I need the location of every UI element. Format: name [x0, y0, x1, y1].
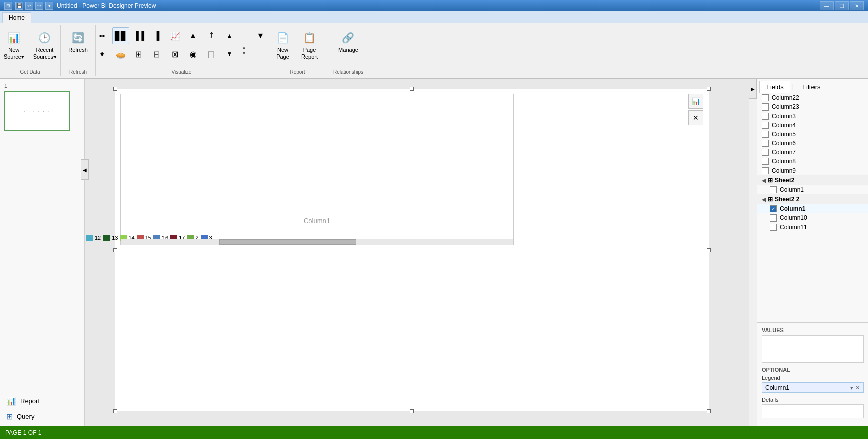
pie-icon-btn[interactable]: 🥧 — [112, 45, 129, 63]
map-icon-btn[interactable]: ◫ — [203, 45, 220, 63]
new-source-button[interactable]: 📊 New Source▾ — [0, 27, 28, 63]
clustered-bar-icon-btn[interactable]: ▊▊ — [112, 27, 129, 44]
undo-icon[interactable]: ↩ — [25, 2, 33, 10]
manage-button[interactable]: 🔗 Manage — [335, 27, 362, 56]
field-checkbox-Column23[interactable] — [762, 103, 769, 111]
scrollbar-thumb[interactable] — [219, 239, 356, 245]
expand-viz2-icon[interactable]: ▼ — [221, 45, 238, 63]
legend-tag[interactable]: Column1 ▾ ✕ — [762, 382, 864, 393]
handle-bl[interactable] — [113, 409, 117, 413]
field-checkbox-Column8[interactable] — [762, 158, 769, 165]
field-item-Column4[interactable]: Column4 — [757, 121, 868, 130]
sheet2-2-table-icon: ⊞ — [768, 196, 773, 203]
legend-tag-arrow-icon[interactable]: ▾ — [850, 385, 853, 391]
field-item-Column5[interactable]: Column5 — [757, 130, 868, 139]
field-item-Sheet2-Column1[interactable]: Column1 — [757, 185, 868, 194]
line-stacked-icon-btn[interactable]: ⤴ — [203, 27, 220, 44]
gauge-icon-btn[interactable]: ◉ — [185, 45, 202, 63]
field-label-Column6: Column6 — [772, 140, 796, 147]
field-checkbox-Column3[interactable] — [762, 113, 769, 120]
dropdown-icon[interactable]: ▾ — [45, 2, 53, 10]
handle-br[interactable] — [707, 409, 711, 413]
page-report-button[interactable]: 📋 Page Report — [296, 27, 323, 63]
right-panel: Fields | Filters Column22 Column23 — [757, 79, 868, 426]
restore-button[interactable]: ❐ — [835, 1, 849, 10]
field-item-Column8[interactable]: Column8 — [757, 157, 868, 166]
refresh-button[interactable]: 🔄 Refresh — [65, 27, 91, 56]
field-checkbox-Sheet2-Column1[interactable] — [770, 186, 777, 193]
field-checkbox-Column7[interactable] — [762, 149, 769, 156]
field-checkbox-Column6[interactable] — [762, 140, 769, 147]
report-label: Report — [267, 69, 328, 75]
field-item-Column9[interactable]: Column9 — [757, 166, 868, 175]
tab-filters[interactable]: Filters — [796, 81, 827, 93]
table-icon-btn[interactable]: ⊟ — [148, 45, 166, 63]
chart-close-button[interactable]: ✕ — [688, 110, 703, 125]
report-canvas[interactable]: Column1 1 10 11 — [115, 89, 709, 411]
tab-home[interactable]: Home — [2, 12, 31, 23]
expand-viz-icon[interactable]: ▲ — [221, 27, 238, 44]
field-checkbox-Sheet2-2-Column10[interactable] — [770, 214, 777, 222]
clustered-col-icon-btn[interactable]: ▐ — [148, 27, 166, 44]
handle-mr[interactable] — [707, 248, 711, 252]
field-item-Sheet2-2-Column10[interactable]: Column10 — [757, 213, 868, 223]
field-checkbox-Column22[interactable] — [762, 94, 769, 101]
panel-collapse-button[interactable]: ▶ — [749, 79, 757, 99]
field-item-Sheet2-2-Column11[interactable]: Column11 — [757, 223, 868, 232]
values-drop-zone[interactable] — [762, 335, 864, 363]
handle-tc[interactable] — [410, 87, 414, 91]
chart-container[interactable]: Column1 1 10 11 — [120, 94, 514, 245]
handle-tl[interactable] — [113, 87, 117, 91]
refresh-buttons: 🔄 Refresh — [65, 27, 91, 74]
legend-tag-remove-button[interactable]: ✕ — [855, 384, 860, 391]
area-icon-btn[interactable]: ▲ — [185, 27, 202, 44]
nav-item-report[interactable]: 📊 Report — [0, 393, 84, 409]
canvas-area[interactable]: Column1 1 10 11 — [85, 79, 749, 426]
redo-icon[interactable]: ↪ — [35, 2, 43, 10]
page-thumb-1[interactable]: · · · · · · — [4, 91, 70, 131]
field-item-Column23[interactable]: Column23 — [757, 102, 868, 112]
section-Sheet2-2[interactable]: ◀ ⊞ Sheet2 2 — [757, 194, 868, 204]
minimize-button[interactable]: — — [820, 1, 834, 10]
legend-label: Legend — [762, 375, 864, 381]
scatter-icon-btn[interactable]: ✦ — [94, 45, 111, 63]
viz-expand-arrow[interactable]: ▲ ▼ — [240, 27, 248, 74]
handle-ml[interactable] — [113, 248, 117, 252]
field-checkbox-Sheet2-2-Column1[interactable]: ✓ — [770, 205, 777, 212]
field-checkbox-Column4[interactable] — [762, 122, 769, 129]
treemap-icon-btn[interactable]: ⊞ — [130, 45, 147, 63]
manage-label: Manage — [338, 47, 358, 53]
filter-icon-btn[interactable]: ▼ — [252, 27, 269, 44]
window-title: Untitled - Power BI Designer Preview — [57, 2, 156, 9]
recent-sources-button[interactable]: 🕒 Recent Sources▾ — [30, 27, 60, 63]
new-page-button[interactable]: 📄 New Page — [272, 27, 294, 63]
report-buttons: 📄 New Page 📋 Page Report — [272, 27, 323, 74]
stacked-col-icon-btn[interactable]: ▐▐ — [130, 27, 147, 44]
page-report-icon: 📋 — [302, 30, 318, 46]
field-item-Column7[interactable]: Column7 — [757, 148, 868, 157]
handle-tr[interactable] — [707, 87, 711, 91]
stacked-bar-icon-btn[interactable]: ▪▪ — [94, 27, 111, 44]
chart-type-button[interactable]: 📊 — [688, 94, 703, 109]
line-icon-btn[interactable]: 📈 — [167, 27, 184, 44]
field-checkbox-Sheet2-2-Column11[interactable] — [770, 224, 777, 231]
left-nav: ◀ 1 · · · · · · 📊 Report ⊞ Query — [0, 79, 85, 426]
handle-bc[interactable] — [410, 409, 414, 413]
ribbon-group-report: 📄 New Page 📋 Page Report Report — [267, 25, 328, 76]
matrix-icon-btn[interactable]: ⊠ — [167, 45, 184, 63]
field-checkbox-Column9[interactable] — [762, 167, 769, 174]
field-item-Sheet2-2-Column1[interactable]: ✓ Column1 — [757, 204, 868, 213]
field-checkbox-Column5[interactable] — [762, 131, 769, 138]
field-item-Column6[interactable]: Column6 — [757, 139, 868, 148]
close-button[interactable]: ✕ — [850, 1, 864, 10]
details-drop-zone[interactable] — [762, 404, 864, 418]
collapse-button[interactable]: ◀ — [81, 159, 89, 180]
field-item-Column22[interactable]: Column22 — [757, 93, 868, 102]
chart-scrollbar-h[interactable] — [121, 239, 513, 245]
section-Sheet2[interactable]: ◀ ⊞ Sheet2 — [757, 175, 868, 185]
section-Sheet2-2-label: Sheet2 2 — [775, 196, 799, 203]
save-icon[interactable]: 💾 — [15, 2, 23, 10]
nav-item-query[interactable]: ⊞ Query — [0, 409, 84, 424]
tab-fields[interactable]: Fields — [760, 81, 790, 93]
field-item-Column3[interactable]: Column3 — [757, 112, 868, 121]
